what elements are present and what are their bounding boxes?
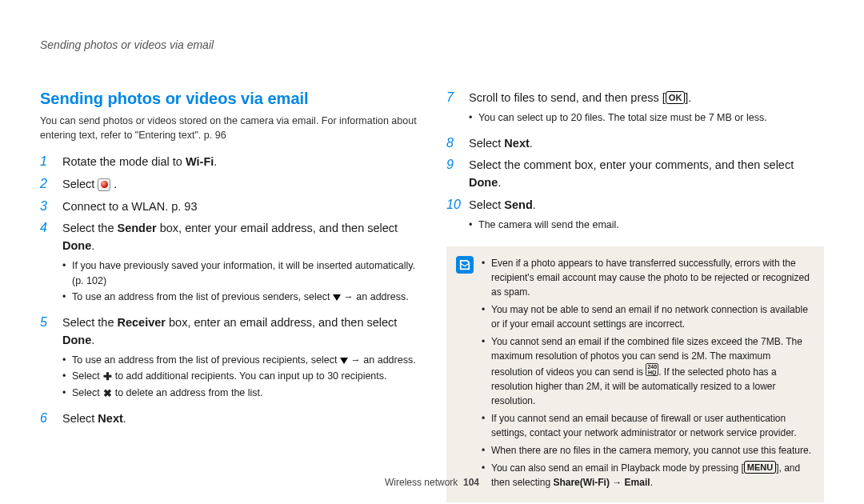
step-number: 1 [40, 154, 54, 169]
step-3: 3 Connect to a WLAN. p. 93 [40, 198, 418, 216]
ok-button-icon: OK [666, 91, 686, 104]
step-text: Rotate the mode dial to [62, 155, 186, 168]
note-item: Even if a photo appears to have transfer… [482, 256, 811, 299]
step-4: 4 Select the Sender box, enter your emai… [40, 220, 418, 310]
step-2: 2 Select . [40, 176, 418, 194]
note-box: Even if a photo appears to have transfer… [446, 246, 824, 502]
step-number: 8 [446, 136, 461, 150]
left-column: Sending photos or videos via email You c… [40, 90, 418, 502]
sub-bullet: If you have previously saved your inform… [62, 258, 418, 289]
note-icon [456, 256, 474, 274]
down-triangle-icon [340, 358, 348, 364]
step-number: 7 [446, 90, 461, 105]
step-9: 9 Select the comment box, enter your com… [446, 157, 824, 192]
intro-text: You can send photos or videos stored on … [40, 114, 418, 142]
sub-bullet: Select ✖ to delete an address from the l… [62, 386, 418, 401]
email-icon [98, 178, 110, 191]
sub-bullet: You can select up to 20 files. The total… [469, 110, 824, 126]
page-footer: Wireless network 104 [0, 477, 864, 488]
footer-section: Wireless network [385, 477, 458, 488]
section-title: Sending photos or videos via email [40, 90, 418, 108]
step-number: 2 [40, 177, 54, 191]
step-number: 5 [40, 315, 54, 330]
note-item: You may not be able to send an email if … [482, 302, 811, 331]
sub-bullet: Select ✚ to add additional recipients. Y… [62, 369, 418, 384]
step-number: 9 [446, 158, 461, 172]
x-icon: ✖ [102, 389, 112, 398]
step-5: 5 Select the Receiver box, enter an emai… [40, 314, 418, 406]
step-10: 10 Select Send. The camera will send the… [446, 197, 824, 238]
step-number: 4 [40, 221, 54, 235]
note-item: When there are no files in the camera me… [482, 443, 811, 458]
note-item: You cannot send an email if the combined… [482, 334, 811, 408]
step-7: 7 Scroll to files to send, and then pres… [446, 90, 824, 130]
menu-button-icon: MENU [744, 461, 776, 474]
note-item: If you cannot send an email because of f… [482, 411, 811, 440]
page-number: 104 [463, 477, 479, 488]
right-column: 7 Scroll to files to send, and then pres… [446, 90, 824, 502]
page-header: Sending photos or videos via email [40, 38, 824, 51]
step-number: 3 [40, 199, 54, 214]
down-triangle-icon [333, 294, 341, 301]
step-text: Connect to a WLAN. p. 93 [62, 198, 418, 216]
resolution-icon: 240HQ [646, 363, 658, 376]
step-text: Select [62, 178, 98, 190]
step-1: 1 Rotate the mode dial to Wi-Fi. [40, 154, 418, 171]
sub-bullet: To use an address from the list of previ… [62, 290, 418, 305]
wifi-label: Wi-Fi [186, 155, 214, 168]
step-8: 8 Select Next. [446, 135, 824, 153]
sub-bullet: The camera will send the email. [469, 218, 824, 233]
sub-bullet: To use an address from the list of previ… [62, 353, 418, 368]
step-number: 6 [40, 411, 54, 426]
step-number: 10 [446, 198, 461, 212]
step-6: 6 Select Next. [40, 410, 418, 428]
plus-icon: ✚ [102, 372, 112, 382]
